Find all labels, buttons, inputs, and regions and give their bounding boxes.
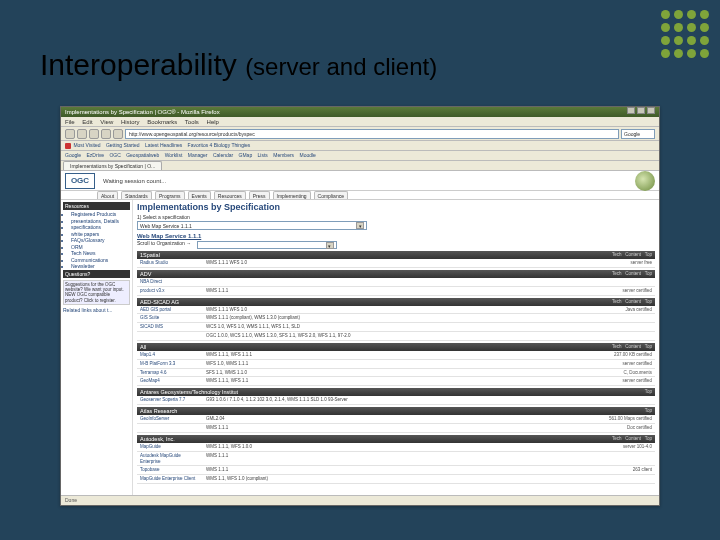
vendor-header: Antares Geosystems/Technology Institut T… bbox=[137, 388, 655, 396]
bookmark-item[interactable]: Getting Started bbox=[106, 142, 140, 148]
ogc-logo[interactable]: OGC bbox=[65, 173, 95, 189]
menu-tools[interactable]: Tools bbox=[185, 119, 199, 125]
tab-implementing[interactable]: Implementing bbox=[273, 191, 311, 199]
link-item[interactable]: GMap bbox=[239, 152, 253, 158]
link-item[interactable]: Google bbox=[65, 152, 81, 158]
link-item[interactable]: Manager bbox=[188, 152, 208, 158]
vendor-row: GIS SuiteWMS 1.1.1 (compliant), WMS 1.3.… bbox=[137, 314, 655, 323]
vendor-block: AllTech Content TopMap1.4WMS 1.1.1, WFS … bbox=[137, 343, 655, 386]
browser-window: Implementations by Specification | OGC® … bbox=[60, 106, 660, 506]
vendor-row: Geoserver Soperia 7.7G93 1.0.6 / 7.1.0 4… bbox=[137, 396, 655, 405]
vendor-row: M-B PlatForm 3.3WFS 1.0, WMS 1.1.1server… bbox=[137, 360, 655, 369]
chevron-down-icon: ▾ bbox=[356, 222, 364, 229]
sidebar-related-link[interactable]: Related links about t... bbox=[63, 307, 130, 313]
link-item[interactable]: Geospatialweb bbox=[126, 152, 159, 158]
link-item[interactable]: Worklist bbox=[165, 152, 183, 158]
section-title: Web Map Service 1.1.1 bbox=[137, 233, 655, 239]
vendor-row: GeoMap4WMS 1.1.1, WFS 1.1server certifie… bbox=[137, 377, 655, 386]
bookmark-item[interactable]: Most Visited bbox=[73, 142, 100, 148]
menu-help[interactable]: Help bbox=[207, 119, 219, 125]
link-item[interactable]: Calendar bbox=[213, 152, 233, 158]
vendor-row: TopobaseWMS 1.1.1263 client bbox=[137, 466, 655, 475]
menu-edit[interactable]: Edit bbox=[82, 119, 92, 125]
spec-selected: Web Map Service 1.1.1 bbox=[140, 222, 192, 230]
back-button[interactable] bbox=[65, 129, 75, 139]
tab-compliance[interactable]: Compliance bbox=[314, 191, 348, 199]
close-button[interactable] bbox=[647, 107, 655, 114]
sidebar: Resources Registered Products presentati… bbox=[61, 200, 133, 505]
stop-button[interactable] bbox=[101, 129, 111, 139]
vendor-row: Map1.4WMS 1.1.1, WFS 1.1.1237.00 KB cert… bbox=[137, 351, 655, 360]
reload-button[interactable] bbox=[89, 129, 99, 139]
vendor-block: Atlas Research TopGeoInfoServerGML2.0456… bbox=[137, 407, 655, 433]
site-nav-tabs: About Standards Programs Events Resource… bbox=[61, 191, 659, 200]
tab-active[interactable]: Implementations by Specification | O... bbox=[63, 161, 162, 170]
globe-icon bbox=[635, 171, 655, 191]
chevron-down-icon: ▾ bbox=[326, 242, 334, 249]
vendor-row: Autodesk MapGuide EnterpriseWMS 1.1.1 bbox=[137, 452, 655, 467]
bookmark-item[interactable]: Latest Headlines bbox=[145, 142, 182, 148]
bookmark-item[interactable]: Favoritos 4 Biology Thingies bbox=[188, 142, 251, 148]
links-bar: Google EzDrive OGC Geospatialweb Worklis… bbox=[61, 151, 659, 161]
vendor-row: OGC 1.0.0, WCS 1.1.0, WMS 1.3.0, SFS 1.1… bbox=[137, 332, 655, 341]
status-bar: Done bbox=[61, 495, 659, 505]
vendor-block: AED-SICAD AGTech Content TopAED GIS port… bbox=[137, 298, 655, 341]
menu-history[interactable]: History bbox=[121, 119, 140, 125]
link-item[interactable]: Members bbox=[273, 152, 294, 158]
vendor-header: AllTech Content Top bbox=[137, 343, 655, 351]
tab-events[interactable]: Events bbox=[188, 191, 211, 199]
step2-label: Scroll to Organization → ▾ bbox=[137, 240, 655, 249]
tab-standards[interactable]: Standards bbox=[121, 191, 152, 199]
vendor-row: product v3.xWMS 1.1.1server certified bbox=[137, 287, 655, 296]
page-content: OGC Waiting session count... About Stand… bbox=[61, 171, 659, 505]
window-controls bbox=[627, 107, 655, 117]
link-item[interactable]: Moodle bbox=[299, 152, 315, 158]
decorative-dots bbox=[661, 10, 710, 59]
vendor-header: Atlas Research Top bbox=[137, 407, 655, 415]
page-header: OGC Waiting session count... bbox=[61, 171, 659, 191]
link-item[interactable]: EzDrive bbox=[87, 152, 105, 158]
tab-about[interactable]: About bbox=[97, 191, 118, 199]
tab-press[interactable]: Press bbox=[249, 191, 270, 199]
link-item[interactable]: Lists bbox=[258, 152, 268, 158]
vendor-header: 1SpatialTech Content Top bbox=[137, 251, 655, 259]
status-text: Done bbox=[65, 497, 77, 503]
tab-resources[interactable]: Resources bbox=[214, 191, 246, 199]
vendor-header: ADVTech Content Top bbox=[137, 270, 655, 278]
minimize-button[interactable] bbox=[627, 107, 635, 114]
menu-file[interactable]: File bbox=[65, 119, 75, 125]
menu-bar: File Edit View History Bookmarks Tools H… bbox=[61, 117, 659, 127]
vendor-header: AED-SICAD AGTech Content Top bbox=[137, 298, 655, 306]
vendor-row: NBA Direct bbox=[137, 278, 655, 287]
link-item[interactable]: OGC bbox=[109, 152, 120, 158]
home-button[interactable] bbox=[113, 129, 123, 139]
sidebar-box: Suggestions for the OGC website? We want… bbox=[63, 280, 130, 306]
slide-title: Interoperability (server and client) bbox=[40, 48, 437, 82]
menu-bookmarks[interactable]: Bookmarks bbox=[147, 119, 177, 125]
vendor-row: SICAD IMSWCS 1.0, WFS 1.0, WMS 1.1.1, WF… bbox=[137, 323, 655, 332]
vendor-block: Autodesk, Inc.Tech Content TopMapGuideWM… bbox=[137, 435, 655, 484]
vendor-header: Autodesk, Inc.Tech Content Top bbox=[137, 435, 655, 443]
spec-select[interactable]: Web Map Service 1.1.1 ▾ bbox=[137, 221, 367, 230]
nav-toolbar: http://www.opengeospatial.org/resource/p… bbox=[61, 127, 659, 141]
menu-view[interactable]: View bbox=[100, 119, 113, 125]
step-label: 1) Select a specification bbox=[137, 214, 655, 220]
sidebar-header2: Questions? bbox=[63, 270, 130, 278]
page-status: Waiting session count... bbox=[103, 178, 635, 184]
vendor-block: ADVTech Content TopNBA Directproduct v3.… bbox=[137, 270, 655, 296]
vendor-row: MapGuideWMS 1.1.1, WFS 1.0.0server 101-4… bbox=[137, 443, 655, 452]
forward-button[interactable] bbox=[77, 129, 87, 139]
url-input[interactable]: http://www.opengeospatial.org/resource/p… bbox=[125, 129, 619, 139]
title-sub: (server and client) bbox=[245, 53, 437, 80]
page-title: Implementations by Specification bbox=[137, 202, 655, 212]
vendor-row: GeoInfoServerGML2.04561.00 Maps certifie… bbox=[137, 415, 655, 424]
maximize-button[interactable] bbox=[637, 107, 645, 114]
tab-bar: Implementations by Specification | O... bbox=[61, 161, 659, 171]
vendors-list: 1SpatialTech Content TopRadius StudioWMS… bbox=[137, 251, 655, 484]
vendor-block: Antares Geosystems/Technology Institut T… bbox=[137, 388, 655, 405]
page-body: Resources Registered Products presentati… bbox=[61, 200, 659, 505]
org-select[interactable]: ▾ bbox=[197, 241, 337, 249]
search-input[interactable]: Google bbox=[621, 129, 655, 139]
tab-programs[interactable]: Programs bbox=[155, 191, 185, 199]
vendor-row: Radius StudioWMS 1.1.1 WFS 1.0server fre… bbox=[137, 259, 655, 268]
